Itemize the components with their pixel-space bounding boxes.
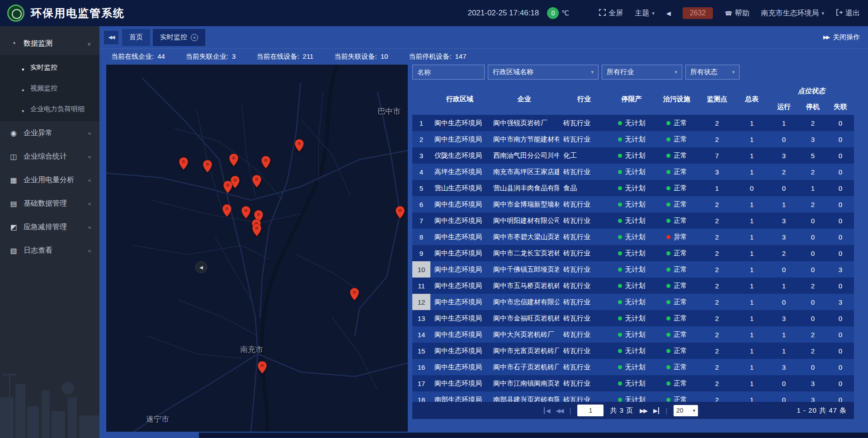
cell-industry: 砖瓦行业 <box>559 310 609 326</box>
sidebar-subitem[interactable]: •视频监控 <box>0 78 99 99</box>
tab-close-icon[interactable]: × <box>191 34 198 41</box>
cell-run: 3 <box>769 310 799 326</box>
org-dropdown[interactable]: 南充市生态环境局 ▾ <box>761 9 824 18</box>
map-pin[interactable] <box>252 223 262 237</box>
cell-company: 营山县润丰肉食品有限 <box>489 180 559 196</box>
sidebar-submenu: •实时监控•视频监控•企业电力负荷明细 <box>0 55 99 121</box>
sidebar-item[interactable]: ▤基础数据管理< <box>0 192 99 215</box>
stat-value: 3 <box>232 52 236 61</box>
status-filter-select[interactable]: 所有状态 ▾ <box>685 65 740 80</box>
table-row[interactable]: 3仪陇生态环境局西南油气田分公司川中化工无计划正常71350 <box>412 147 854 164</box>
table-row[interactable]: 13阆中生态环境局阆中市金福旺页岩机砖砖瓦行业无计划正常21300 <box>412 310 854 326</box>
cell-facility-text: 正常 <box>674 363 687 372</box>
map-pin[interactable] <box>241 206 251 219</box>
temperature-unit: ℃ <box>561 9 569 17</box>
base-data-icon: ▤ <box>9 199 18 208</box>
help-button[interactable]: ☎ 帮助 <box>725 9 749 18</box>
table-row[interactable]: 18南部生态环境局南部县建兴页岩砖有限砖瓦行业无计划正常21030 <box>412 391 854 402</box>
map-pin[interactable] <box>261 155 271 169</box>
sidebar-item[interactable]: ◩应急减排管理< <box>0 215 99 239</box>
stat-item: 当前在线设备:211 <box>256 52 313 61</box>
cell-facility-text: 异常 <box>674 233 687 241</box>
page-number-input[interactable] <box>577 405 604 416</box>
close-operations-button[interactable]: ▶▶ 关闭操作 <box>823 33 860 42</box>
status-dot-icon <box>618 349 622 353</box>
region-filter-select[interactable]: 行政区域名称 ▾ <box>488 65 599 80</box>
table-row[interactable]: 12阆中生态环境局阆中市忠信建材有限公砖瓦行业无计划正常21003 <box>412 294 854 310</box>
industry-filter-select[interactable]: 所有行业 ▾ <box>602 65 682 80</box>
status-dot-icon <box>666 268 670 272</box>
cell-row-number: 16 <box>412 359 430 375</box>
sidebar-subitem[interactable]: •实时监控 <box>0 57 99 78</box>
cell-run: 3 <box>769 229 799 245</box>
page-size-select[interactable]: 20 ▾ <box>674 405 698 416</box>
next-page-button[interactable]: ▶▶ <box>640 407 647 414</box>
map-pin[interactable] <box>252 174 262 188</box>
map-pin[interactable] <box>223 180 233 194</box>
table-row[interactable]: 7阆中生态环境局阆中明阳建材有限公司砖瓦行业无计划正常21300 <box>412 212 854 229</box>
map-pin[interactable] <box>257 361 267 374</box>
fullscreen-button[interactable]: 全屏 <box>599 9 623 18</box>
table-row[interactable]: 8阆中生态环境局阆中市枣碧大梁山页岩砖瓦行业无计划异常21300 <box>412 229 854 245</box>
table-row[interactable]: 10阆中生态环境局阆中千佛镇五郎垭页岩砖瓦行业无计划正常21003 <box>412 261 854 278</box>
sidebar-collapse-toggle[interactable]: ◀ <box>195 261 207 273</box>
logout-button[interactable]: 退出 <box>836 9 860 18</box>
status-dot-icon <box>618 137 622 141</box>
table-row[interactable]: 5营山生态环境局营山县润丰肉食品有限食品无计划正常10010 <box>412 180 854 196</box>
announce-button[interactable]: ◀ <box>666 10 671 16</box>
cell-facility-text: 正常 <box>674 298 687 306</box>
cell-stop: 0 <box>799 294 827 310</box>
sidebar-item[interactable]: ◉企业异常< <box>0 121 99 145</box>
table-row[interactable]: 17阆中生态环境局阆中市江南镇阆南页岩砖瓦行业无计划正常21030 <box>412 375 854 391</box>
map-pin[interactable] <box>179 157 189 170</box>
table-row[interactable]: 6阆中生态环境局阆中市金博瑞新型墙材砖瓦行业无计划正常21120 <box>412 196 854 212</box>
table-row[interactable]: 14阆中生态环境局阆中大兴页岩机砖厂砖瓦行业无计划正常21120 <box>412 326 854 343</box>
cell-facility-text: 正常 <box>674 396 687 402</box>
stat-label: 当前停机设备: <box>409 52 451 61</box>
map-pin[interactable] <box>349 287 359 301</box>
alert-count-badge[interactable]: 2632 <box>683 7 713 19</box>
total-pages-label: 共 3 页 <box>610 406 633 415</box>
table-row[interactable]: 16阆中生态环境局阆中市石子页岩机砖厂砖瓦行业无计划正常21300 <box>412 359 854 375</box>
cell-facility-text: 正常 <box>674 249 687 258</box>
table-row[interactable]: 2阆中生态环境局阆中市南方节能建材有砖瓦行业无计划正常21030 <box>412 131 854 147</box>
table-row[interactable]: 9阆中生态环境局阆中市二龙长宝页岩砖砖瓦行业无计划正常21200 <box>412 245 854 261</box>
first-page-button[interactable]: ◀ <box>543 407 549 414</box>
cell-limit-status: 无计划 <box>609 310 654 326</box>
cell-facility-status: 正常 <box>654 343 699 359</box>
map-pin[interactable] <box>294 139 304 152</box>
prev-page-button[interactable]: ◀◀ <box>556 407 563 414</box>
cell-industry: 砖瓦行业 <box>559 245 609 261</box>
table-row[interactable]: 11阆中生态环境局阆中市五马桥页岩机砖砖瓦行业无计划正常21120 <box>412 278 854 294</box>
name-filter-input[interactable] <box>412 65 485 80</box>
map-pin[interactable] <box>222 204 232 217</box>
table-row[interactable]: 1阆中生态环境局阆中强锐页岩砖厂砖瓦行业无计划正常21120 <box>412 115 854 131</box>
cell-facility-status: 正常 <box>654 180 699 196</box>
cell-stop: 2 <box>799 164 827 180</box>
theme-dropdown[interactable]: 主题 ▾ <box>635 9 655 18</box>
cell-company: 西南油气田分公司川中 <box>489 147 559 164</box>
map-panel[interactable]: 巴中市南充市遂宁市 <box>106 65 408 432</box>
sidebar-item[interactable]: ▧日志查看< <box>0 239 99 262</box>
right-panel: 行政区域名称 ▾ 所有行业 ▾ 所有状态 ▾ 行政区域企业行业停限产治污设施监测… <box>412 65 854 419</box>
tab-home[interactable]: 首页 <box>122 29 150 46</box>
sidebar-item[interactable]: ◫企业综合统计< <box>0 145 99 168</box>
cell-facility-status: 异常 <box>654 229 699 245</box>
cell-limit-status: 无计划 <box>609 131 654 147</box>
cell-stop: 0 <box>799 359 827 375</box>
map-pin[interactable] <box>395 206 405 219</box>
cell-facility-status: 正常 <box>654 212 699 229</box>
table-row[interactable]: 4高坪生态环境局南充市高坪区王家店建砖瓦行业无计划正常31220 <box>412 164 854 180</box>
main-area: ◀◀ 首页 实时监控 × ▶▶ 关闭操作 当前在线企业:44当前失联企业:3当前… <box>99 26 868 438</box>
cell-meters: 1 <box>735 115 769 131</box>
sidebar-item[interactable]: ◔数据监测∨ <box>0 32 99 55</box>
tabs-scroll-left-button[interactable]: ◀◀ <box>104 31 118 44</box>
tab-realtime-monitor[interactable]: 实时监控 × <box>153 29 205 46</box>
sidebar-item[interactable]: ▦企业用电量分析< <box>0 168 99 192</box>
sidebar-subitem[interactable]: •企业电力负荷明细 <box>0 99 99 119</box>
map-pin[interactable] <box>229 153 239 167</box>
table-row[interactable]: 15阆中生态环境局阆中市光富页岩机砖厂砖瓦行业无计划正常21120 <box>412 343 854 359</box>
last-page-button[interactable]: ▶ <box>653 407 659 414</box>
tabs-scroll-right-icon: ▶▶ <box>823 34 829 40</box>
map-pin[interactable] <box>203 160 212 173</box>
